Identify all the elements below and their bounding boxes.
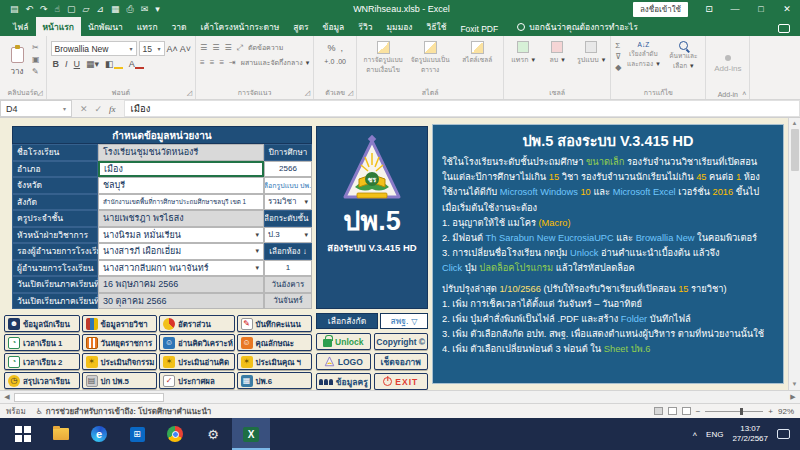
tab-view[interactable]: มุมมอง — [379, 17, 419, 36]
select-grade-button[interactable]: เลือกระดับชั้น ↓ — [264, 210, 312, 227]
announce-results-button[interactable]: ✓ประกาศผล — [159, 372, 235, 389]
academic-year-cell[interactable]: 2566 — [264, 161, 312, 178]
align-middle-icon[interactable]: ☰ — [212, 43, 219, 52]
wipe-screen-button[interactable]: เช็ดจอภาพ — [374, 353, 429, 370]
name-box[interactable]: D4▾ — [0, 100, 72, 117]
copyright-button[interactable]: Copyright © — [374, 333, 429, 350]
tab-foxit-pdf[interactable]: Foxit PDF — [453, 21, 505, 36]
pp6-button[interactable]: ▦ปพ.6 — [237, 372, 313, 389]
enter-icon[interactable]: ✓ — [95, 104, 103, 114]
cut-icon[interactable]: ✂ — [32, 43, 40, 52]
taskbar-clock[interactable]: 13:07 27/2/2567 — [732, 424, 768, 444]
minimize-button[interactable]: — — [722, 0, 748, 18]
settings-button[interactable]: ⚙ — [194, 418, 232, 450]
file-explorer-button[interactable] — [42, 418, 80, 450]
province-cell[interactable]: ชลบุรี — [98, 177, 264, 194]
excel-taskbar-button[interactable]: X — [232, 418, 270, 450]
record-scores-button[interactable]: ✎บันทึกคะแนน — [237, 315, 313, 332]
decimal-icons[interactable]: +.0 .00 — [324, 58, 346, 65]
calculator-icon[interactable]: ▦ — [111, 0, 120, 18]
mail-icon[interactable]: ✉ — [141, 0, 149, 18]
copy-icon[interactable]: ▣ — [32, 55, 40, 64]
exit-button[interactable]: EXIT — [374, 373, 429, 390]
cancel-icon[interactable]: ✕ — [80, 104, 88, 114]
subject-mode-dropdown[interactable]: รวมวิชา — [264, 194, 312, 211]
director-dropdown[interactable]: นางสาวกลีบผกา พนาจันทร์ — [98, 260, 264, 277]
delete-cells-button[interactable]: ลบ — [542, 41, 572, 65]
affiliation-cell[interactable]: สำนักงานเขตพื้นที่การศึกษาประถมศึกษาชลบุ… — [98, 194, 264, 211]
evaluate-traits-button[interactable]: ✶ประเมินคุณ ฯ — [237, 353, 313, 370]
sheet-tab-area[interactable] — [14, 393, 164, 402]
italic-button[interactable]: I — [65, 59, 68, 69]
start-button[interactable] — [4, 418, 42, 450]
find-select-button[interactable]: ค้นหาและเลือก — [665, 41, 701, 72]
zoom-slider-thumb[interactable] — [740, 408, 743, 415]
print-icon[interactable]: ⎙ — [127, 0, 134, 18]
tab-insert[interactable]: แทรก — [130, 17, 165, 36]
room-number-cell[interactable]: 1 — [264, 260, 312, 277]
insert-function-icon[interactable]: fx — [109, 104, 116, 114]
class-time-1-button[interactable]: ◔เวลาเรียน 1 — [4, 334, 80, 351]
format-as-table-button[interactable]: จัดรูปแบบเป็นตาราง — [408, 41, 452, 75]
fill-color-icon[interactable]: ◧ — [105, 59, 123, 69]
subject-data-button[interactable]: ข้อมูลรายวิชา — [82, 315, 158, 332]
shrink-font-icon[interactable]: A˅ — [180, 44, 191, 54]
normal-view-icon[interactable] — [654, 407, 663, 415]
collapse-ribbon-icon[interactable]: ˄ — [742, 90, 746, 97]
select-pp-format-button[interactable]: เลือกรูปแบบ ปพ.↓ — [264, 177, 312, 194]
scroll-down-icon[interactable]: ▼ — [792, 379, 798, 390]
sort-filter-button[interactable]: A↓Z เรียงลำดับและกรอง — [625, 41, 661, 72]
grow-font-icon[interactable]: A˄ — [167, 44, 178, 54]
tab-data[interactable]: ข้อมูล — [316, 17, 352, 36]
addins-button[interactable]: Add-ins — [714, 64, 741, 73]
open-file-icon[interactable]: ▱ — [83, 0, 90, 18]
deputy-director-dropdown[interactable]: นางสารภี เผือกเอี่ยม — [98, 243, 264, 260]
align-bottom-icon[interactable]: ☰ — [224, 43, 231, 52]
sheet-scroll-right-icon[interactable]: ▶ — [786, 393, 800, 401]
underline-button[interactable]: U — [74, 59, 81, 69]
feedback-icon[interactable] — [778, 24, 790, 33]
comma-style-icon[interactable]: , — [340, 43, 343, 53]
term1-open-date-cell[interactable]: 16 พฤษภาคม 2566 — [98, 276, 264, 293]
tab-draw[interactable]: วาด — [165, 17, 194, 36]
font-size-select[interactable]: 15▾ — [139, 41, 165, 56]
touch-mode-icon[interactable]: ☝ — [55, 0, 60, 18]
holidays-button[interactable]: วันหยุดราชการ — [82, 334, 158, 351]
chrome-button[interactable] — [156, 418, 194, 450]
close-button[interactable]: ✕ — [774, 0, 800, 18]
align-left-icon[interactable]: ≡ — [200, 58, 205, 67]
redo-icon[interactable]: ↷ — [40, 0, 48, 18]
summary-time-button[interactable]: ◷สรุปเวลาเรียน — [4, 372, 80, 389]
unlock-button[interactable]: Unlock — [316, 333, 371, 350]
school-name-cell[interactable]: โรงเรียนชุมชนวัดหนองรี — [98, 144, 264, 161]
tab-home[interactable]: หน้าแรก — [36, 17, 81, 36]
district-cell-selected[interactable]: เมือง — [98, 161, 264, 178]
wrap-text-button[interactable]: ตัดข้อความ — [248, 42, 283, 53]
tab-developer[interactable]: นักพัฒนา — [81, 17, 130, 36]
tab-page-layout[interactable]: เค้าโครงหน้ากระดาษ — [194, 17, 287, 36]
format-painter-icon[interactable]: ✎ — [32, 67, 40, 76]
undo-icon[interactable]: ↶ — [26, 0, 34, 18]
bold-button[interactable]: B — [53, 59, 60, 69]
sheet-scroll-left-icon[interactable]: ◀ — [0, 393, 14, 401]
term2-open-date-cell[interactable]: 30 ตุลาคม 2566 — [98, 293, 264, 310]
save-icon[interactable]: ▤ — [10, 0, 19, 18]
fill-icon[interactable]: ⊽ — [615, 52, 621, 61]
orientation-icon[interactable]: ⤢ — [237, 43, 243, 53]
number-dialog-launcher-icon[interactable]: ◿ — [348, 89, 353, 97]
cover-pp5-button[interactable]: ▤ปก ปพ.5 — [82, 372, 158, 389]
font-name-select[interactable]: Browallia New▾ — [51, 41, 137, 56]
indent-icon[interactable]: ⇥ — [229, 58, 236, 67]
vertical-scrollbar[interactable]: ▲ ▼ — [788, 118, 800, 390]
characteristics-button[interactable]: ☺คุณลักษณะ — [237, 334, 313, 351]
chart-icon[interactable]: ⊿ — [97, 0, 105, 18]
sign-in-button[interactable]: ลงชื่อเข้าใช้ — [633, 2, 688, 17]
clipboard-dialog-launcher-icon[interactable]: ◿ — [37, 89, 42, 97]
formula-input[interactable]: เมือง — [124, 100, 800, 117]
clear-icon[interactable]: ◆ — [615, 63, 621, 72]
paste-button[interactable]: วาง — [4, 39, 30, 85]
borders-icon[interactable]: ▦▾ — [86, 59, 99, 69]
language-indicator[interactable]: ENG — [706, 430, 723, 439]
edge-button[interactable]: e — [80, 418, 118, 450]
insert-cells-button[interactable]: แทรก — [508, 41, 538, 65]
